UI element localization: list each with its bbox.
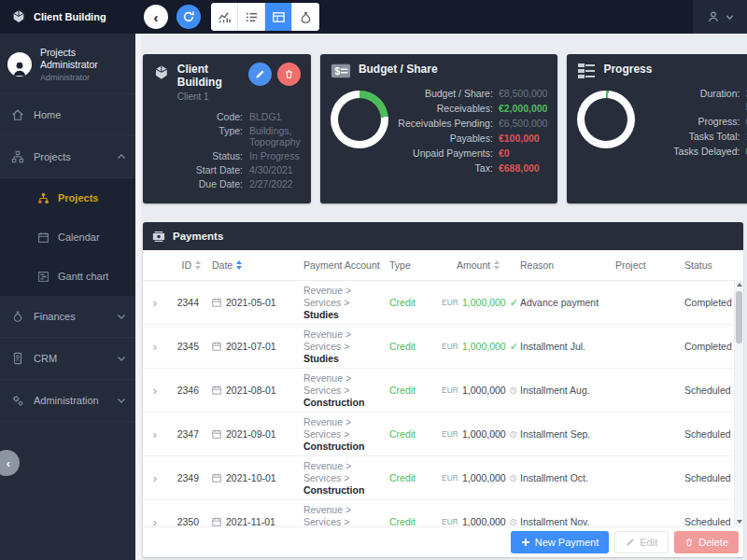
- account-path: Revenue > Services >: [303, 285, 386, 309]
- chevron-down-icon: [726, 13, 734, 21]
- chart-view-button[interactable]: [211, 3, 238, 31]
- tasks-view-button[interactable]: [238, 3, 265, 31]
- amount-value: 1,000,000: [462, 385, 506, 396]
- column-header-status[interactable]: Status: [673, 259, 743, 271]
- field-label: Tasks Total:: [642, 130, 740, 143]
- column-header-amount[interactable]: Amount: [442, 259, 520, 271]
- sidebar-item-administration[interactable]: Administration: [0, 380, 135, 422]
- row-expander[interactable]: ›: [143, 515, 171, 527]
- field-value: 4/30/2021: [249, 164, 301, 175]
- amount-value: 1,000,000: [462, 516, 506, 526]
- sidebar-item-label: Home: [34, 109, 61, 120]
- sidebar-item-label: CRM: [34, 353, 57, 364]
- progress-donut-chart: [577, 91, 635, 148]
- profile-block[interactable]: Projects Administrator Administrator: [0, 34, 135, 94]
- sort-icon[interactable]: [195, 260, 201, 270]
- gantt-icon: [37, 271, 49, 283]
- column-header-project[interactable]: Project: [606, 259, 673, 271]
- sidebar-item-label: Projects: [34, 151, 71, 162]
- account-name: Studies: [303, 353, 339, 364]
- payments-view-button[interactable]: [292, 3, 319, 31]
- back-button[interactable]: ‹: [144, 5, 168, 29]
- edit-project-button[interactable]: [248, 63, 272, 86]
- sidebar-item-projects[interactable]: Projects: [0, 136, 135, 178]
- table-view-button[interactable]: [265, 3, 292, 31]
- chevron-down-icon: [117, 354, 126, 363]
- user-menu[interactable]: [693, 0, 747, 34]
- sidebar-item-home[interactable]: Home: [0, 94, 135, 136]
- currency-label: EUR: [442, 385, 458, 395]
- home-icon: [11, 108, 24, 121]
- payment-reason: Installment Aug.: [520, 385, 606, 396]
- field-label: Duration:: [642, 87, 740, 113]
- table-row[interactable]: › 2349 2021-10-01 Revenue > Services >Co…: [143, 456, 743, 500]
- sort-icon-active[interactable]: [236, 260, 242, 270]
- currency-label: EUR: [442, 429, 458, 439]
- field-label: Due Date:: [153, 178, 243, 189]
- refresh-button[interactable]: [176, 5, 201, 29]
- sidebar-item-label: Calendar: [58, 231, 100, 243]
- column-header-account[interactable]: Payment Account: [281, 259, 389, 271]
- svg-text:$: $: [334, 66, 340, 77]
- field-label: Status:: [153, 150, 243, 161]
- payment-reason: Installment Oct.: [520, 472, 606, 483]
- edit-payment-button[interactable]: Edit: [614, 531, 669, 553]
- delete-project-button[interactable]: [277, 63, 301, 86]
- column-header-reason[interactable]: Reason: [520, 259, 606, 271]
- table-row[interactable]: › 2346 2021-08-01 Revenue > Services >Co…: [143, 369, 743, 413]
- table-row[interactable]: › 2345 2021-07-01 Revenue > Services >St…: [143, 325, 743, 369]
- summary-cards: Client Building Client 1 Code:BLDG1: [143, 54, 743, 203]
- amount-value: 1,000,000: [462, 428, 506, 440]
- avatar: [7, 52, 32, 77]
- calendar-icon: [212, 473, 221, 483]
- progress-list-icon: [577, 63, 596, 79]
- field-label: Payables:: [396, 132, 493, 145]
- scroll-down-arrow[interactable]: [735, 517, 743, 526]
- delete-payment-button[interactable]: Delete: [674, 531, 739, 553]
- table-scrollbar[interactable]: [734, 280, 743, 526]
- row-expander[interactable]: ›: [143, 471, 171, 485]
- new-payment-button[interactable]: New Payment: [511, 531, 609, 553]
- sidebar: Projects Administrator Administrator Hom…: [0, 34, 135, 560]
- column-header-id[interactable]: ID: [171, 259, 204, 271]
- table-row[interactable]: › 2344 2021-05-01 Revenue > Services >St…: [143, 281, 743, 325]
- column-header-type[interactable]: Type: [389, 259, 442, 271]
- row-expander[interactable]: ›: [143, 340, 171, 354]
- sitemap-icon: [11, 150, 24, 163]
- payment-reason: Installment Sep.: [520, 428, 606, 440]
- field-value: €2,000,000: [499, 102, 548, 115]
- row-expander[interactable]: ›: [143, 427, 171, 441]
- account-name: Studies: [303, 309, 339, 320]
- table-row[interactable]: › 2350 2021-11-01 Revenue > Services >Co…: [143, 500, 743, 526]
- id-card-icon: [11, 352, 24, 365]
- check-icon: ✓: [510, 297, 518, 309]
- sort-icon[interactable]: [494, 260, 500, 270]
- payment-id: 2349: [171, 472, 204, 483]
- payments-panel: Payments ID Date Payment Account Type Am…: [143, 222, 743, 557]
- sidebar-item-gantt-chart[interactable]: Gantt chart: [0, 257, 135, 296]
- sidebar-collapse-button[interactable]: ‹: [0, 450, 20, 476]
- row-expander[interactable]: ›: [143, 296, 171, 310]
- sidebar-item-calendar[interactable]: Calendar: [0, 217, 135, 257]
- sidebar-item-projects-list[interactable]: Projects: [0, 178, 135, 217]
- projects-submenu: Projects Calendar Gantt chart: [0, 178, 135, 296]
- field-value: €8,500,000: [499, 87, 548, 100]
- scroll-up-arrow[interactable]: [735, 280, 743, 289]
- card-title: Budget / Share: [359, 63, 438, 76]
- sidebar-item-crm[interactable]: CRM: [0, 338, 135, 380]
- field-value: €100,000: [499, 132, 548, 145]
- currency-label: EUR: [442, 298, 458, 307]
- top-bar: Client Building ‹: [0, 0, 747, 34]
- field-label: Receivables:: [396, 102, 493, 115]
- sidebar-item-finances[interactable]: Finances: [0, 296, 135, 338]
- field-value: €688,000: [499, 161, 548, 175]
- progress-fields: Duration:304 Days Progress:0.1% Tasks To…: [642, 87, 747, 158]
- row-expander[interactable]: ›: [143, 384, 171, 398]
- table-row[interactable]: › 2347 2021-09-01 Revenue > Services >Co…: [143, 413, 743, 456]
- payment-id: 2344: [171, 297, 204, 308]
- payment-date: 2021-10-01: [226, 472, 276, 483]
- account-name: Construction: [303, 484, 364, 496]
- cube-icon: [153, 63, 170, 83]
- column-header-date[interactable]: Date: [204, 259, 281, 271]
- scrollbar-thumb[interactable]: [736, 291, 742, 343]
